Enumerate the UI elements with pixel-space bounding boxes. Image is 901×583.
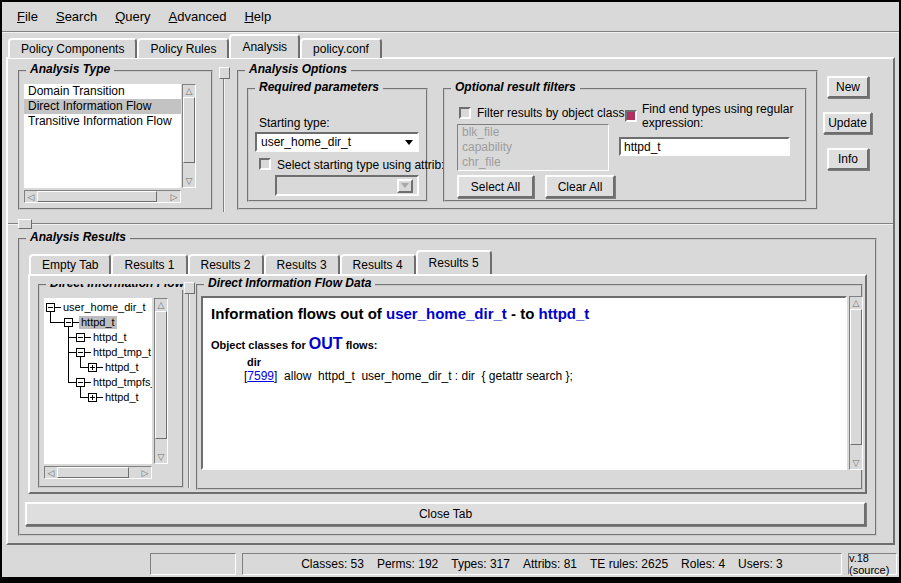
flow-data-frame: Direct Information Flow Data Information…: [196, 284, 863, 490]
results-tab-results-1[interactable]: Results 1: [111, 254, 187, 274]
scroll-down-icon[interactable]: [850, 457, 862, 469]
collapse-icon[interactable]: [46, 303, 55, 312]
flow-subhead: Object classes for OUT flows:: [211, 335, 837, 353]
tree-node-label[interactable]: httpd_tmp_t: [91, 346, 152, 359]
analysis-type-frame: Analysis Type Domain TransitionDirect In…: [18, 70, 213, 210]
analysis-type-hscrollbar[interactable]: [24, 190, 181, 203]
flow-tree[interactable]: user_home_dir_thttpd_thttpd_thttpd_tmp_t…: [44, 298, 152, 464]
pane-sash-horizontal[interactable]: [8, 223, 893, 225]
analysis-type-listbox[interactable]: Domain TransitionDirect Information Flow…: [24, 84, 181, 188]
regex-checkbox-label[interactable]: Find end types using regular expression:: [642, 102, 798, 130]
regex-input[interactable]: [619, 137, 790, 156]
update-button[interactable]: Update: [823, 112, 872, 134]
scroll-up-icon[interactable]: [850, 297, 862, 309]
select-all-button[interactable]: Select All: [457, 175, 534, 198]
close-tab-button[interactable]: Close Tab: [25, 502, 866, 526]
collapse-icon[interactable]: [76, 378, 85, 387]
starting-type-value: user_home_dir_t: [261, 135, 405, 149]
results-sash-handle[interactable]: [184, 282, 195, 294]
scroll-right-icon[interactable]: [139, 467, 151, 478]
tree-line: [80, 367, 88, 368]
tree-line: [50, 322, 64, 323]
menu-help[interactable]: Help: [235, 9, 280, 24]
attrib-checkbox[interactable]: [259, 158, 271, 170]
tree-hscrollbar[interactable]: [44, 466, 152, 479]
scroll-down-icon[interactable]: [155, 451, 167, 463]
results-tab-empty-tab[interactable]: Empty Tab: [29, 254, 111, 274]
menu-advanced[interactable]: Advanced: [160, 9, 236, 24]
analysis-type-vscrollbar[interactable]: [182, 84, 196, 188]
results-tab-results-2[interactable]: Results 2: [188, 254, 264, 274]
attrib-checkbox-label[interactable]: Select starting type using attrib:: [277, 158, 444, 172]
tree-line: [68, 337, 76, 338]
tree-row[interactable]: httpd_t: [44, 315, 152, 330]
new-button[interactable]: New: [827, 76, 869, 98]
menu-file[interactable]: File: [8, 9, 47, 24]
tab-analysis[interactable]: Analysis: [229, 34, 300, 58]
tab-policy-conf[interactable]: policy.conf: [300, 38, 382, 58]
chevron-down-icon[interactable]: [405, 140, 413, 145]
results-sash-vertical[interactable]: [188, 284, 190, 488]
rule-line: [7599] allow httpd_t user_home_dir_t : d…: [244, 369, 837, 383]
target-type: httpd_t: [539, 305, 590, 322]
pane-sash-handle[interactable]: [18, 219, 32, 229]
scroll-left-icon[interactable]: [25, 191, 37, 202]
menu-search[interactable]: Search: [47, 9, 106, 24]
status-stat: Classes: 53: [301, 557, 364, 571]
scrollbar-thumb[interactable]: [183, 97, 195, 163]
menu-query[interactable]: Query: [106, 9, 159, 24]
tree-vscrollbar[interactable]: [154, 298, 168, 464]
rule-number-link[interactable]: 7599: [247, 369, 274, 383]
scrollbar-thumb[interactable]: [850, 309, 862, 445]
scrollbar-thumb[interactable]: [155, 311, 167, 439]
main-tab-bar: Policy ComponentsPolicy RulesAnalysispol…: [8, 34, 382, 58]
tree-row[interactable]: httpd_t: [44, 390, 152, 405]
tree-line: [68, 360, 69, 375]
tree-row[interactable]: httpd_tmpfs_t: [44, 375, 152, 390]
scroll-up-icon[interactable]: [183, 85, 195, 97]
scroll-right-icon[interactable]: [168, 191, 180, 202]
tree-node-label[interactable]: httpd_tmpfs_t: [91, 376, 152, 389]
scrollbar-thumb[interactable]: [37, 191, 157, 202]
status-version-box: v.18 (source): [848, 553, 897, 575]
tab-policy-components[interactable]: Policy Components: [8, 38, 137, 58]
tab-policy-rules[interactable]: Policy Rules: [137, 38, 229, 58]
expand-icon[interactable]: [88, 393, 97, 402]
tree-node-label[interactable]: user_home_dir_t: [61, 301, 148, 314]
results-tab-results-3[interactable]: Results 3: [264, 254, 340, 274]
flow-data-title: Direct Information Flow Data: [204, 276, 375, 290]
analysis-type-item[interactable]: Transitive Information Flow: [24, 114, 181, 129]
pane-sash-handle[interactable]: [219, 67, 230, 79]
tree-row[interactable]: user_home_dir_t: [44, 300, 152, 315]
clear-all-button[interactable]: Clear All: [545, 175, 615, 198]
scroll-left-icon[interactable]: [45, 467, 57, 478]
tree-node-label[interactable]: httpd_t: [103, 391, 141, 404]
tree-row[interactable]: httpd_t: [44, 360, 152, 375]
tree-node-label[interactable]: httpd_t: [79, 316, 117, 329]
tree-row[interactable]: httpd_tmp_t: [44, 345, 152, 360]
info-button[interactable]: Info: [827, 148, 869, 170]
pane-sash-vertical[interactable]: [223, 68, 225, 212]
starting-type-combobox[interactable]: user_home_dir_t: [255, 132, 419, 152]
tree-node-label[interactable]: httpd_t: [91, 331, 129, 344]
collapse-icon[interactable]: [64, 318, 73, 327]
tree-row[interactable]: httpd_t: [44, 330, 152, 345]
collapse-icon[interactable]: [76, 333, 85, 342]
filter-by-class-label[interactable]: Filter results by object class:: [477, 106, 628, 120]
regex-checkbox[interactable]: [625, 110, 637, 122]
filter-by-class-checkbox[interactable]: [459, 107, 471, 119]
analysis-type-item[interactable]: Domain Transition: [24, 84, 181, 99]
expand-icon[interactable]: [88, 363, 97, 372]
scrollbar-thumb[interactable]: [57, 467, 129, 478]
analysis-type-item[interactable]: Direct Information Flow: [24, 99, 181, 114]
scroll-up-icon[interactable]: [155, 299, 167, 311]
results-tab-results-4[interactable]: Results 4: [340, 254, 416, 274]
tree-node-label[interactable]: httpd_t: [103, 361, 141, 374]
analysis-options-title: Analysis Options: [245, 62, 351, 76]
collapse-icon[interactable]: [76, 348, 85, 357]
flow-data-text[interactable]: Information flows out of user_home_dir_t…: [201, 296, 847, 470]
results-tab-results-5[interactable]: Results 5: [416, 250, 492, 274]
scroll-down-icon[interactable]: [183, 175, 195, 187]
object-class-item: blk_file: [458, 125, 608, 140]
data-vscrollbar[interactable]: [849, 296, 863, 470]
